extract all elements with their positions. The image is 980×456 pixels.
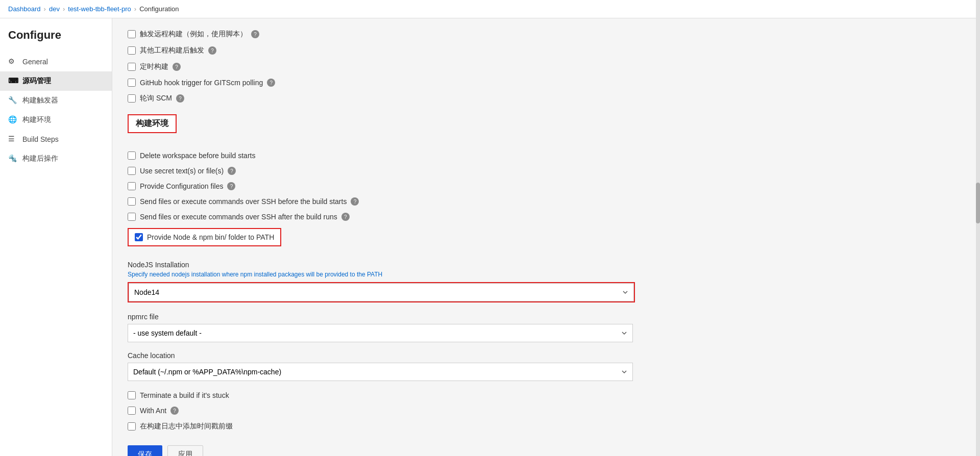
sidebar-label-general: General [22, 58, 48, 66]
checkbox-poll-scm[interactable] [128, 94, 136, 103]
checkbox-delete-ws[interactable] [128, 151, 136, 160]
breadcrumb-project[interactable]: test-web-tbb-fleet-pro [68, 5, 131, 13]
globe-icon: 🌐 [8, 115, 17, 124]
help-trigger-other-icon[interactable]: ? [208, 46, 216, 55]
checkbox-secret[interactable] [128, 167, 136, 175]
checkbox-row-poll-scm: 轮询 SCM ? [128, 93, 965, 104]
build-env-heading: 构建环境 [128, 114, 177, 133]
help-timed-icon[interactable]: ? [173, 63, 181, 71]
label-secret: Use secret text(s) or file(s) [140, 167, 224, 175]
bottom-buttons: 保存 应用 [128, 437, 965, 456]
checkbox-timed[interactable] [128, 63, 136, 71]
trigger-checkboxes: 触发远程构建（例如，使用脚本） ? 其他工程构建后触发 ? 定时构建 ? Git… [128, 29, 965, 104]
cache-label: Cache location [128, 351, 965, 360]
help-ssh-after-icon[interactable]: ? [341, 213, 350, 221]
checkbox-row-config: Provide Configuration files ? [128, 181, 965, 191]
help-poll-scm-icon[interactable]: ? [176, 94, 184, 103]
checkbox-row-ssh-before: Send files or execute commands over SSH … [128, 196, 965, 207]
content-area: 触发远程构建（例如，使用脚本） ? 其他工程构建后触发 ? 定时构建 ? Git… [112, 18, 980, 456]
post-build-icon: 🔩 [8, 154, 17, 163]
label-poll-scm: 轮询 SCM [140, 94, 172, 103]
label-ssh-after: Send files or execute commands over SSH … [140, 213, 337, 221]
npmrc-group: npmrc file - use system default - [128, 313, 965, 342]
checkbox-ant[interactable] [128, 407, 136, 415]
gear-icon: ⚙ [8, 57, 17, 66]
checkbox-row-github: GitHub hook trigger for GITScm polling ? [128, 78, 965, 88]
breadcrumb-config: Configuration [139, 5, 179, 13]
label-trigger-remote: 触发远程构建（例如，使用脚本） [140, 30, 247, 39]
sidebar-item-source[interactable]: ⌨ 源码管理 [0, 71, 112, 91]
sidebar-title: Configure [0, 29, 112, 52]
checkbox-row-trigger-other: 其他工程构建后触发 ? [128, 45, 965, 56]
checkbox-node-npm[interactable] [135, 233, 143, 241]
label-ssh-before: Send files or execute commands over SSH … [140, 197, 347, 206]
build-env-checkboxes: Delete workspace before build starts Use… [128, 150, 965, 222]
sidebar-label-build-steps: Build Steps [22, 135, 59, 143]
sidebar-item-general[interactable]: ⚙ General [0, 52, 112, 71]
help-github-icon[interactable]: ? [267, 79, 275, 87]
label-delete-ws: Delete workspace before build starts [140, 151, 255, 160]
checkbox-row-timed: 定时构建 ? [128, 61, 965, 72]
checkbox-github[interactable] [128, 79, 136, 87]
sidebar-label-triggers: 构建触发器 [22, 96, 58, 105]
checkbox-config[interactable] [128, 182, 136, 190]
nodejs-section: NodeJS Installation Specify needed nodej… [128, 261, 965, 302]
cache-select[interactable]: Default (~/.npm or %APP_DATA%\npm-cache) [128, 363, 633, 381]
bottom-checkboxes: Terminate a build if it's stuck With Ant… [128, 390, 965, 432]
checkbox-row-secret: Use secret text(s) or file(s) ? [128, 166, 965, 176]
label-timed: 定时构建 [140, 62, 168, 71]
checkbox-ssh-after[interactable] [128, 213, 136, 221]
checkbox-row-trigger-remote: 触发远程构建（例如，使用脚本） ? [128, 29, 965, 40]
sidebar-label-post-build: 构建后操作 [22, 154, 58, 163]
npmrc-label: npmrc file [128, 313, 965, 321]
nodejs-hint: Specify needed nodejs installation where… [128, 271, 965, 278]
checkbox-row-ant: With Ant ? [128, 406, 965, 416]
label-github: GitHub hook trigger for GITScm polling [140, 79, 263, 87]
sidebar-item-post-build[interactable]: 🔩 构建后操作 [0, 149, 112, 168]
breadcrumb-dashboard[interactable]: Dashboard [8, 5, 41, 13]
help-secret-icon[interactable]: ? [228, 167, 236, 175]
sidebar-item-environment[interactable]: 🌐 构建环境 [0, 110, 112, 130]
save-button[interactable]: 保存 [128, 445, 162, 456]
checkbox-row-timestamp: 在构建日志中添加时间戳前缀 [128, 421, 965, 432]
checkbox-row-ssh-after: Send files or execute commands over SSH … [128, 212, 965, 222]
apply-button[interactable]: 应用 [167, 445, 203, 456]
checkbox-row-delete-ws: Delete workspace before build starts [128, 150, 965, 161]
sidebar: Configure ⚙ General ⌨ 源码管理 🔧 构建触发器 🌐 构建环… [0, 18, 112, 456]
help-ant-icon[interactable]: ? [170, 407, 179, 415]
label-ant: With Ant [140, 407, 166, 415]
nodejs-select-highlighted: Node14 Node16 Node18 Node20 [128, 282, 635, 302]
checkbox-trigger-remote[interactable] [128, 30, 136, 38]
sidebar-label-source: 源码管理 [22, 77, 51, 86]
checkbox-row-terminate: Terminate a build if it's stuck [128, 390, 965, 400]
nodejs-select[interactable]: Node14 Node16 Node18 Node20 [129, 283, 634, 301]
list-icon: ☰ [8, 135, 17, 144]
label-node-npm: Provide Node & npm bin/ folder to PATH [147, 233, 274, 241]
node-npm-highlight-block: Provide Node & npm bin/ folder to PATH [128, 228, 281, 246]
code-icon: ⌨ [8, 77, 17, 86]
sidebar-item-build-steps[interactable]: ☰ Build Steps [0, 130, 112, 149]
scrollbar-track [976, 0, 980, 456]
help-config-icon[interactable]: ? [227, 182, 235, 190]
label-trigger-other: 其他工程构建后触发 [140, 46, 204, 55]
label-timestamp: 在构建日志中添加时间戳前缀 [140, 422, 233, 431]
checkbox-trigger-other[interactable] [128, 46, 136, 55]
scrollbar-thumb[interactable] [976, 183, 980, 223]
nodejs-install-label: NodeJS Installation [128, 261, 965, 269]
checkbox-terminate[interactable] [128, 391, 136, 399]
sidebar-label-environment: 构建环境 [22, 115, 51, 124]
npmrc-select[interactable]: - use system default - [128, 324, 633, 342]
trigger-icon: 🔧 [8, 96, 17, 105]
breadcrumb-dev[interactable]: dev [49, 5, 60, 13]
label-config: Provide Configuration files [140, 182, 223, 190]
help-trigger-remote-icon[interactable]: ? [251, 30, 259, 38]
help-ssh-before-icon[interactable]: ? [351, 197, 359, 206]
label-terminate: Terminate a build if it's stuck [140, 391, 229, 399]
sidebar-item-triggers[interactable]: 🔧 构建触发器 [0, 91, 112, 110]
cache-group: Cache location Default (~/.npm or %APP_D… [128, 351, 965, 381]
checkbox-timestamp[interactable] [128, 422, 136, 430]
checkbox-ssh-before[interactable] [128, 197, 136, 206]
breadcrumb: Dashboard › dev › test-web-tbb-fleet-pro… [0, 0, 980, 18]
